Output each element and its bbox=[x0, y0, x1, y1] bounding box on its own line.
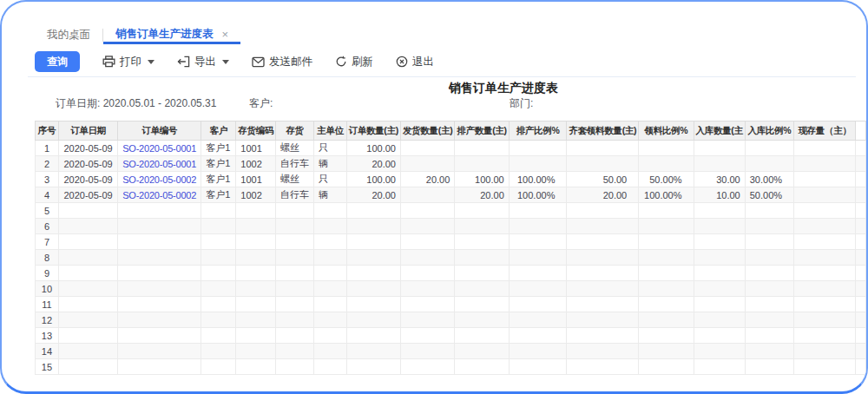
table-cell bbox=[509, 297, 567, 312]
table-cell: 1001 bbox=[236, 141, 276, 156]
table-cell: 100.00 bbox=[346, 141, 400, 156]
table-cell bbox=[855, 172, 865, 187]
table-cell: 13 bbox=[36, 328, 59, 344]
table-cell bbox=[455, 281, 509, 297]
table-cell bbox=[346, 203, 400, 219]
table-header-cell: 入库数量(主 bbox=[694, 121, 745, 141]
send-mail-button[interactable]: 发送邮件 bbox=[252, 55, 312, 69]
table-cell bbox=[58, 203, 117, 219]
table-cell bbox=[400, 156, 454, 172]
table-cell: 2020-05-09 bbox=[58, 187, 117, 203]
table-cell bbox=[201, 250, 236, 266]
table-header-cell: 领料比例% bbox=[639, 121, 694, 141]
table-cell bbox=[276, 234, 314, 250]
table-cell: 100.00% bbox=[639, 187, 694, 203]
refresh-button[interactable]: 刷新 bbox=[335, 55, 373, 69]
print-button[interactable]: 打印 bbox=[102, 55, 155, 69]
order-date-label: 订单日期: bbox=[56, 97, 100, 109]
table-cell bbox=[455, 234, 509, 250]
exit-label: 退出 bbox=[412, 55, 434, 69]
progress-table: 序号订单日期订单编号客户存货编码存货主单位订单数量(主)发货数量(主)排产数量(… bbox=[35, 121, 866, 375]
table-cell bbox=[400, 141, 454, 156]
table-cell bbox=[639, 219, 694, 234]
table-cell bbox=[639, 297, 694, 312]
filter-customer: 客户: bbox=[249, 96, 273, 111]
table-cell bbox=[794, 312, 856, 328]
table-cell: 10 bbox=[36, 281, 59, 297]
table-cell bbox=[509, 156, 567, 172]
table-cell bbox=[118, 203, 201, 219]
table-cell bbox=[276, 297, 314, 312]
table-cell bbox=[455, 359, 509, 375]
table-cell bbox=[276, 203, 314, 219]
table-cell bbox=[455, 328, 509, 344]
table-cell bbox=[314, 219, 346, 234]
table-cell: 50.00% bbox=[639, 172, 694, 187]
table-cell bbox=[694, 250, 745, 266]
table-cell bbox=[694, 328, 745, 344]
tab-my-desktop[interactable]: 我的桌面 bbox=[35, 26, 102, 44]
table-header-cell: 存货编码 bbox=[236, 121, 276, 141]
table-cell bbox=[400, 234, 454, 250]
query-button[interactable]: 查询 bbox=[35, 51, 80, 72]
table-cell bbox=[509, 359, 567, 375]
order-number-link[interactable]: SO-2020-05-0002 bbox=[118, 172, 201, 187]
order-number-link[interactable]: SO-2020-05-0002 bbox=[118, 187, 201, 203]
table-cell bbox=[118, 328, 201, 344]
table-header-cell: 齐套领料数量(主) bbox=[567, 121, 639, 141]
table-row: 10 bbox=[36, 281, 866, 297]
table-cell: 4 bbox=[36, 187, 59, 203]
exit-button[interactable]: 退出 bbox=[396, 55, 434, 69]
table-row: 5 bbox=[36, 203, 866, 219]
table-cell: 20.00 bbox=[455, 187, 509, 203]
chevron-down-icon bbox=[148, 60, 155, 64]
table-cell bbox=[346, 297, 400, 312]
table-cell bbox=[400, 203, 454, 219]
table-cell bbox=[118, 219, 201, 234]
toolbar: 查询 打印 导出 发送邮件 刷新 bbox=[35, 50, 434, 73]
table-cell bbox=[346, 312, 400, 328]
table-cell bbox=[236, 203, 276, 219]
table-cell: 自行车 bbox=[276, 156, 314, 172]
table-cell: 20.00 bbox=[346, 187, 400, 203]
table-cell bbox=[58, 312, 117, 328]
table-cell bbox=[455, 266, 509, 281]
table-cell bbox=[639, 266, 694, 281]
table-cell: 客户1 bbox=[201, 187, 236, 203]
table-cell: 2020-05-09 bbox=[58, 172, 117, 187]
tab-sales-order-progress[interactable]: 销售订单生产进度表 × bbox=[103, 26, 240, 44]
table-cell: 2020-05-09 bbox=[58, 141, 117, 156]
table-cell bbox=[455, 141, 509, 156]
table-cell bbox=[400, 359, 454, 375]
table-cell bbox=[314, 234, 346, 250]
table-cell bbox=[694, 344, 745, 359]
table-cell bbox=[276, 266, 314, 281]
table-header-cell: 排产数量(主) bbox=[455, 121, 509, 141]
table-cell: 15 bbox=[36, 359, 59, 375]
table-cell bbox=[118, 266, 201, 281]
table-cell bbox=[694, 219, 745, 234]
order-number-link[interactable]: SO-2020-05-0001 bbox=[118, 156, 201, 172]
table-cell bbox=[58, 344, 117, 359]
table-cell bbox=[236, 234, 276, 250]
table-cell bbox=[400, 297, 454, 312]
table-cell bbox=[118, 297, 201, 312]
order-number-link[interactable]: SO-2020-05-0001 bbox=[118, 141, 201, 156]
table-cell bbox=[314, 312, 346, 328]
table-cell: 50.00 bbox=[567, 172, 639, 187]
export-button[interactable]: 导出 bbox=[177, 55, 229, 69]
table-cell bbox=[236, 281, 276, 297]
table-header-cell: 现存量（主） bbox=[794, 121, 856, 141]
table-cell: 20.00 bbox=[567, 187, 639, 203]
table-cell bbox=[794, 203, 856, 219]
table-cell bbox=[314, 344, 346, 359]
close-icon[interactable]: × bbox=[222, 28, 229, 41]
table-cell bbox=[567, 312, 639, 328]
table-cell bbox=[694, 266, 745, 281]
table-cell: 只 bbox=[314, 172, 346, 187]
table-cell bbox=[201, 297, 236, 312]
table-header-cell bbox=[855, 121, 865, 141]
table-header-cell: 主单位 bbox=[314, 121, 346, 141]
table-cell bbox=[58, 297, 117, 312]
table-row: 7 bbox=[36, 234, 866, 250]
